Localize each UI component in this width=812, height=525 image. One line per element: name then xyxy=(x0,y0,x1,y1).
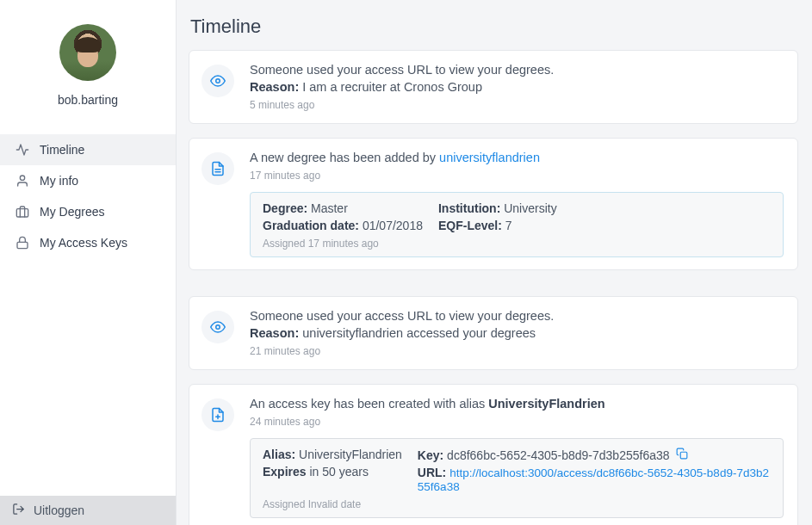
expires-value: in 50 years xyxy=(309,465,368,479)
institution-label: Institution: xyxy=(438,201,500,215)
degree-details-grid: Degree: Master Graduation date: 01/07/20… xyxy=(263,201,771,232)
timeline-event-access-view: Someone used your access URL to view you… xyxy=(189,296,798,370)
event-timestamp: 24 minutes ago xyxy=(250,416,784,428)
degree-details-box: Degree: Master Graduation date: 01/07/20… xyxy=(250,192,784,257)
event-timestamp: 21 minutes ago xyxy=(250,345,784,357)
file-text-icon xyxy=(201,152,234,185)
event-title: Someone used your access URL to view you… xyxy=(250,309,784,323)
activity-icon xyxy=(15,143,29,157)
event-title: A new degree has been added by universit… xyxy=(250,151,784,164)
user-icon xyxy=(15,174,29,188)
copy-icon[interactable] xyxy=(676,448,688,460)
eye-icon xyxy=(201,65,234,97)
svg-rect-2 xyxy=(17,242,28,248)
key-details-box: Alias: UniversityFlandrien Expires in 50… xyxy=(250,438,784,518)
expires-label: Expires xyxy=(263,465,307,479)
nav-item-timeline[interactable]: Timeline xyxy=(0,134,176,165)
event-title: Someone used your access URL to view you… xyxy=(250,63,784,77)
title-prefix: An access key has been created with alia… xyxy=(250,397,488,411)
university-link[interactable]: universityflandrien xyxy=(439,151,540,164)
alias-value: UniversityFlandrien xyxy=(299,448,402,461)
username: bob.barting xyxy=(58,93,118,107)
timeline-event-degree-added: A new degree has been added by universit… xyxy=(189,138,798,270)
main-content: Timeline Someone used your access URL to… xyxy=(177,0,812,525)
profile-section: bob.barting xyxy=(0,0,176,124)
svg-point-0 xyxy=(20,176,24,180)
title-prefix: A new degree has been added by xyxy=(250,151,439,164)
event-timestamp: 17 minutes ago xyxy=(250,170,784,182)
event-reason-line: Reason: universityflandrien accessed you… xyxy=(250,326,784,340)
file-plus-icon xyxy=(201,398,234,431)
timeline-event-access-view: Someone used your access URL to view you… xyxy=(189,50,798,124)
assigned-text: Assigned 17 minutes ago xyxy=(263,238,771,250)
eye-icon xyxy=(201,311,234,343)
nav-label: My Access Keys xyxy=(40,236,127,250)
nav-label: My info xyxy=(40,174,78,188)
degree-value: Master xyxy=(311,201,348,215)
key-details-grid: Alias: UniversityFlandrien Expires in 50… xyxy=(263,448,771,493)
event-reason-line: Reason: I am a recruiter at Cronos Group xyxy=(250,80,784,94)
graduation-label: Graduation date: xyxy=(263,219,359,232)
nav-label: Timeline xyxy=(40,143,84,157)
eqf-value: 7 xyxy=(505,219,512,232)
nav: Timeline My info My Degrees My Access Ke… xyxy=(0,134,176,258)
reason-value: I am a recruiter at Cronos Group xyxy=(302,80,482,94)
briefcase-icon xyxy=(15,205,29,219)
url-label: URL: xyxy=(418,466,446,479)
assigned-text: Assigned Invalid date xyxy=(263,498,771,510)
title-alias-strong: UniversityFlandrien xyxy=(488,397,604,411)
event-body: Someone used your access URL to view you… xyxy=(250,63,784,111)
svg-rect-1 xyxy=(16,209,28,217)
sidebar: bob.barting Timeline My info My Degrees … xyxy=(0,0,177,525)
event-title: An access key has been created with alia… xyxy=(250,397,784,411)
eqf-label: EQF-Level: xyxy=(438,219,502,232)
nav-item-my-degrees[interactable]: My Degrees xyxy=(0,196,176,227)
svg-point-4 xyxy=(216,79,220,83)
institution-value: University xyxy=(504,201,556,215)
lock-icon xyxy=(15,236,29,250)
reason-label: Reason: xyxy=(250,326,299,340)
key-value: dc8f66bc-5652-4305-b8d9-7d3b255f6a38 xyxy=(447,448,669,462)
event-body: An access key has been created with alia… xyxy=(250,397,784,518)
degree-label: Degree: xyxy=(263,201,307,215)
event-timestamp: 5 minutes ago xyxy=(250,99,784,111)
nav-label: My Degrees xyxy=(40,205,104,219)
svg-rect-10 xyxy=(681,452,688,459)
nav-item-my-info[interactable]: My info xyxy=(0,165,176,196)
event-body: Someone used your access URL to view you… xyxy=(250,309,784,357)
access-url-link[interactable]: http://localhost:3000/access/dc8f66bc-56… xyxy=(418,466,769,493)
event-body: A new degree has been added by universit… xyxy=(250,151,784,257)
svg-point-7 xyxy=(216,325,220,330)
key-label: Key: xyxy=(418,448,443,462)
page-title: Timeline xyxy=(190,15,798,38)
logout-label: Uitloggen xyxy=(34,503,84,517)
logout-icon xyxy=(12,503,25,518)
logout-button[interactable]: Uitloggen xyxy=(0,496,176,525)
reason-value: universityflandrien accessed your degree… xyxy=(302,326,536,340)
avatar[interactable] xyxy=(59,24,116,81)
nav-item-access-keys[interactable]: My Access Keys xyxy=(0,227,176,258)
alias-label: Alias: xyxy=(263,448,295,461)
graduation-value: 01/07/2018 xyxy=(363,219,423,232)
timeline-event-key-created: An access key has been created with alia… xyxy=(189,384,798,525)
reason-label: Reason: xyxy=(250,80,299,94)
